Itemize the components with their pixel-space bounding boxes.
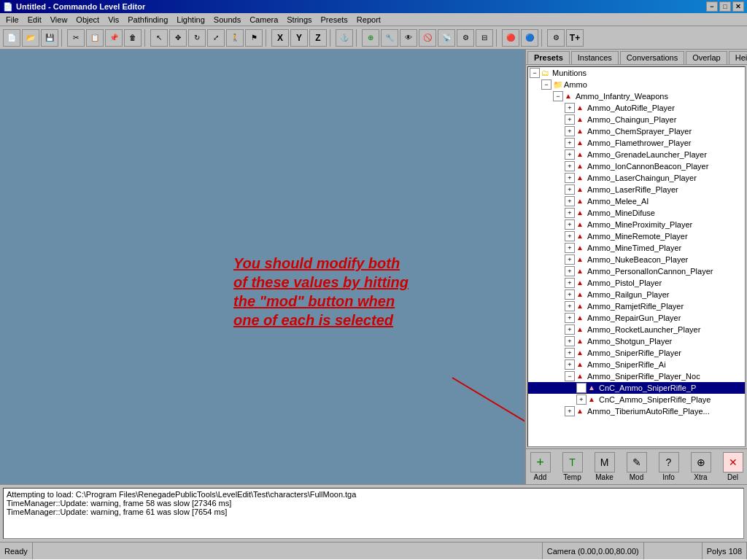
make-button[interactable]: M Make	[592, 452, 618, 481]
tb-obj7[interactable]: ⊟	[476, 29, 493, 47]
tb-obj6[interactable]: ⚙	[457, 29, 474, 47]
tree-item-25[interactable]: +▲CnC_Ammo_SniperRifle_Playe	[528, 394, 745, 405]
tb-anchor[interactable]: ⚓	[336, 29, 353, 47]
viewport[interactable]: You should modify both of these values b…	[0, 50, 525, 484]
tb-delete[interactable]: 🗑	[124, 29, 142, 47]
tb-copy[interactable]: 📋	[86, 29, 104, 47]
tb-obj5[interactable]: 📡	[438, 29, 455, 47]
expand-18[interactable]: +	[565, 313, 575, 323]
temp-button[interactable]: T Temp	[560, 452, 586, 481]
menu-object[interactable]: Object	[71, 15, 104, 25]
expand-0[interactable]: +	[565, 103, 575, 113]
tree-item-20[interactable]: +▲Ammo_Shotgun_Player	[528, 335, 745, 347]
tb-new[interactable]: 📄	[3, 29, 20, 47]
tab-presets[interactable]: Presets	[527, 51, 570, 64]
close-button[interactable]: ✕	[732, 1, 744, 12]
tb-add-obj[interactable]: ⊕	[362, 29, 379, 47]
tree-item-infantry[interactable]: − ▲ Ammo_Infantry_Weapons	[528, 90, 745, 102]
expand-16[interactable]: +	[565, 289, 575, 300]
expand-8[interactable]: +	[565, 196, 575, 206]
expand-10[interactable]: +	[565, 219, 575, 230]
del-button[interactable]: ✕ Del	[720, 452, 746, 481]
tb-x-axis[interactable]: X	[271, 29, 289, 47]
tb-gear[interactable]: ⚙	[547, 29, 565, 47]
tree-item-17[interactable]: +▲Ammo_RamjetRifle_Player	[528, 300, 745, 312]
menu-file[interactable]: File	[1, 15, 23, 25]
expand-munitions[interactable]: −	[530, 68, 540, 78]
tree-item-4[interactable]: +▲Ammo_GrenadeLauncher_Player	[528, 149, 745, 160]
mod-button[interactable]: ✎ Mod	[624, 452, 650, 481]
tree-item-munitions[interactable]: − 🗂 Munitions	[528, 67, 745, 79]
tb-y-axis[interactable]: Y	[290, 29, 308, 47]
tb-obj4[interactable]: 🚫	[419, 29, 436, 47]
tab-heightfield[interactable]: Heightfield	[729, 51, 747, 64]
tb-scale[interactable]: ⤢	[207, 29, 225, 47]
expand-20[interactable]: +	[565, 336, 575, 346]
tree-item-5[interactable]: +▲Ammo_IonCannonBeacon_Player	[528, 160, 745, 172]
expand-6[interactable]: +	[565, 173, 575, 183]
tb-walk[interactable]: 🚶	[226, 29, 244, 47]
tree-item-2[interactable]: +▲Ammo_ChemSprayer_Player	[528, 125, 745, 137]
tree-item-13[interactable]: +▲Ammo_NukeBeacon_Player	[528, 254, 745, 265]
tree-item-14[interactable]: +▲Ammo_PersonalIonCannon_Player	[528, 265, 745, 277]
tree-item-3[interactable]: +▲Ammo_Flamethrower_Player	[528, 137, 745, 149]
expand-12[interactable]: +	[565, 243, 575, 253]
tb-text[interactable]: T+	[566, 29, 584, 47]
expand-9[interactable]: +	[565, 208, 575, 218]
expand-17[interactable]: +	[565, 301, 575, 311]
expand-3[interactable]: +	[565, 138, 575, 148]
tree-item-6[interactable]: +▲Ammo_LaserChaingun_Player	[528, 172, 745, 184]
expand-ammo[interactable]: −	[541, 79, 551, 90]
xtra-button[interactable]: ⊕ Xtra	[688, 452, 714, 481]
expand-19[interactable]: +	[565, 324, 575, 335]
tree-item-9[interactable]: +▲Ammo_MineDifuse	[528, 207, 745, 219]
tree-item-7[interactable]: +▲Ammo_LaserRifle_Player	[528, 184, 745, 195]
tree-item-21[interactable]: +▲Ammo_SniperRifle_Player	[528, 347, 745, 359]
menu-view[interactable]: View	[46, 15, 72, 25]
expand-4[interactable]: +	[565, 149, 575, 160]
tb-z-axis[interactable]: Z	[309, 29, 327, 47]
tb-rotate[interactable]: ↻	[188, 29, 206, 47]
expand-24[interactable]: +	[576, 383, 587, 393]
tb-move[interactable]: ✥	[169, 29, 187, 47]
tree-item-22[interactable]: +▲Ammo_SniperRifle_Ai	[528, 359, 745, 370]
tree-item-19[interactable]: +▲Ammo_RocketLauncher_Player	[528, 324, 745, 335]
expand-infantry[interactable]: −	[553, 91, 563, 101]
tree-item-0[interactable]: +▲Ammo_AutoRifle_Player	[528, 102, 745, 114]
tb-obj3[interactable]: 👁	[400, 29, 417, 47]
tb-save[interactable]: 💾	[41, 29, 58, 47]
tree-item-26[interactable]: +▲Ammo_TiberiumAutoRifle_Playe...	[528, 405, 745, 417]
expand-13[interactable]: +	[565, 254, 575, 265]
tree-item-8[interactable]: +▲Ammo_Melee_AI	[528, 195, 745, 207]
tree-item-ammo[interactable]: − 📁 Ammo	[528, 79, 745, 90]
tree-item-16[interactable]: +▲Ammo_Railgun_Player	[528, 289, 745, 300]
menu-vis[interactable]: Vis	[104, 15, 123, 25]
expand-23[interactable]: −	[565, 371, 575, 381]
maximize-button[interactable]: □	[719, 1, 731, 12]
expand-7[interactable]: +	[565, 184, 575, 195]
tree-item-18[interactable]: +▲Ammo_RepairGun_Player	[528, 312, 745, 324]
expand-14[interactable]: +	[565, 266, 575, 276]
presets-tree[interactable]: − 🗂 Munitions − 📁 Ammo − ▲ Ammo_Infantry…	[527, 66, 746, 447]
tree-item-23[interactable]: −▲Ammo_SniperRifle_Player_Noc	[528, 370, 745, 382]
expand-25[interactable]: +	[576, 394, 587, 405]
info-button[interactable]: ? Info	[656, 452, 682, 481]
minimize-button[interactable]: −	[706, 1, 718, 12]
expand-22[interactable]: +	[565, 359, 575, 370]
expand-21[interactable]: +	[565, 348, 575, 358]
tb-paste[interactable]: 📌	[105, 29, 123, 47]
tree-item-12[interactable]: +▲Ammo_MineTimed_Player	[528, 242, 745, 254]
tab-overlap[interactable]: Overlap	[686, 51, 727, 64]
menu-lighting[interactable]: Lighting	[172, 15, 209, 25]
tab-conversations[interactable]: Conversations	[620, 51, 684, 64]
expand-2[interactable]: +	[565, 126, 575, 136]
expand-5[interactable]: +	[565, 161, 575, 171]
tab-instances[interactable]: Instances	[571, 51, 619, 64]
menu-strings[interactable]: Strings	[282, 15, 316, 25]
expand-1[interactable]: +	[565, 114, 575, 125]
tb-select[interactable]: ↖	[150, 29, 168, 47]
tree-item-24[interactable]: +▲CnC_Ammo_SniperRifle_P	[528, 382, 745, 394]
tb-light1[interactable]: 🔴	[502, 29, 519, 47]
tb-cut[interactable]: ✂	[67, 29, 85, 47]
tb-open[interactable]: 📂	[22, 29, 39, 47]
